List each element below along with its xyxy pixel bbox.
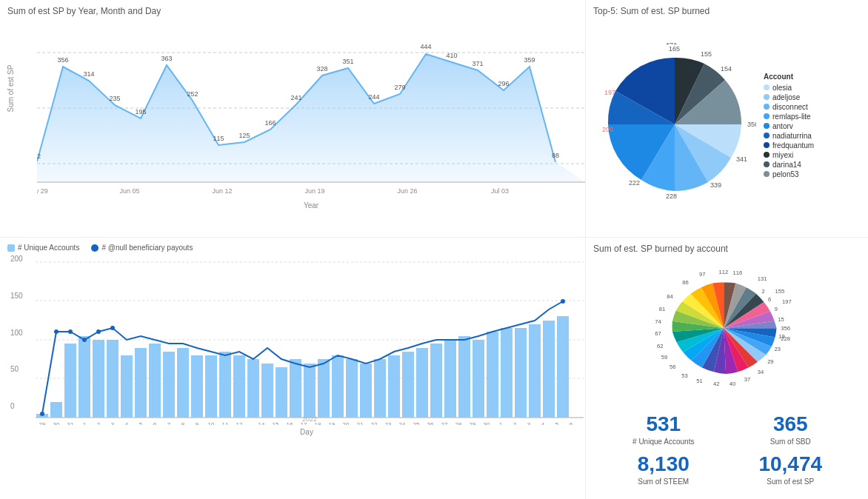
- svg-text:222: 222: [629, 179, 640, 187]
- svg-rect-73: [346, 359, 358, 418]
- svg-text:29: 29: [470, 421, 476, 425]
- svg-text:314: 314: [83, 70, 94, 78]
- x-axis-label: Day: [36, 428, 578, 436]
- svg-text:356: 356: [747, 121, 756, 128]
- svg-text:410: 410: [446, 52, 457, 59]
- svg-text:37: 37: [744, 376, 750, 383]
- svg-text:155: 155: [775, 287, 784, 294]
- svg-text:5: 5: [555, 421, 559, 425]
- svg-rect-59: [149, 344, 161, 418]
- svg-text:22: 22: [371, 421, 378, 425]
- legend-dot-4: [764, 123, 769, 129]
- svg-text:67: 67: [655, 329, 661, 336]
- svg-text:444: 444: [420, 43, 431, 50]
- svg-text:244: 244: [368, 93, 379, 101]
- bar-line-chart: // This will be rendered via JS below: [36, 255, 584, 425]
- svg-text:6: 6: [570, 421, 573, 425]
- svg-text:86: 86: [682, 279, 688, 286]
- svg-text:2: 2: [761, 287, 764, 294]
- svg-rect-62: [191, 355, 203, 418]
- top-pie-section: 356 341 339 228 222 205 197 165 155 154 …: [593, 19, 861, 231]
- svg-rect-72: [332, 355, 344, 418]
- legend-item-3: remlaps-lite: [764, 113, 814, 121]
- svg-text:356: 356: [57, 56, 68, 64]
- svg-text:235: 235: [109, 95, 120, 102]
- legend-dot-3: [764, 113, 769, 119]
- svg-text:34: 34: [757, 369, 763, 375]
- svg-point-92: [82, 338, 87, 342]
- svg-text:Jun 05: Jun 05: [119, 187, 139, 195]
- svg-text:14: 14: [258, 421, 265, 425]
- svg-rect-55: [93, 340, 104, 418]
- bar-legend: # Unique Accounts # @null beneficiary pa…: [7, 244, 578, 252]
- svg-text:88: 88: [552, 152, 559, 159]
- stat-sbd: 365 Sum of SBD: [728, 410, 854, 449]
- svg-text:6: 6: [153, 421, 157, 425]
- svg-rect-78: [416, 348, 428, 418]
- svg-text:165: 165: [669, 45, 680, 53]
- svg-text:141: 141: [666, 43, 677, 46]
- svg-text:279: 279: [394, 84, 405, 91]
- svg-text:252: 252: [187, 90, 198, 98]
- svg-text:8: 8: [181, 421, 185, 425]
- svg-text:29: 29: [767, 358, 773, 364]
- svg-text:6: 6: [768, 296, 771, 303]
- second-pie-section: .sp0{fill:#1565c0} .sp1{fill:#1e88e5} .s…: [593, 257, 861, 406]
- svg-rect-58: [135, 348, 147, 418]
- svg-text:197: 197: [782, 298, 792, 305]
- legend-item-9: pelon53: [764, 170, 814, 178]
- legend-label-1: adeljose: [772, 93, 800, 101]
- svg-text:51: 51: [696, 378, 702, 384]
- svg-text:40: 40: [729, 381, 735, 387]
- legend-dot-9: [764, 171, 769, 177]
- svg-text:19: 19: [329, 421, 335, 425]
- svg-text:10: 10: [208, 421, 215, 425]
- svg-text:363: 363: [161, 55, 172, 62]
- y-label-50: 50: [10, 365, 23, 373]
- legend-item-7: miyexi: [764, 151, 814, 159]
- svg-rect-56: [107, 340, 118, 418]
- svg-rect-70: [304, 364, 316, 418]
- svg-rect-64: [219, 352, 231, 418]
- svg-rect-71: [318, 359, 330, 418]
- svg-text:116: 116: [732, 269, 742, 276]
- svg-rect-83: [487, 332, 498, 418]
- legend-label-9: pelon53: [772, 170, 799, 178]
- svg-text:359: 359: [524, 56, 535, 64]
- svg-rect-76: [388, 355, 400, 418]
- svg-text:1: 1: [83, 421, 87, 425]
- stat-unique-value: 531: [604, 413, 724, 436]
- svg-text:112: 112: [718, 269, 728, 275]
- svg-rect-75: [374, 359, 386, 418]
- svg-point-91: [68, 329, 73, 334]
- svg-text:9: 9: [774, 305, 777, 312]
- svg-text:59: 59: [661, 354, 667, 361]
- area-chart: 0 200 400 62 356 314: [37, 19, 585, 212]
- legend-title: Account: [764, 73, 814, 81]
- svg-text:15: 15: [778, 315, 784, 322]
- svg-text:27: 27: [441, 421, 448, 425]
- stat-sbd-value: 365: [731, 413, 851, 436]
- legend-unique-icon: [7, 244, 15, 252]
- svg-rect-84: [501, 328, 513, 418]
- svg-text:4: 4: [125, 421, 129, 425]
- stat-unique-accounts: 531 # Unique Accounts: [601, 410, 727, 449]
- y-label-150: 150: [10, 292, 23, 300]
- svg-text:11: 11: [222, 421, 229, 425]
- svg-text:74: 74: [655, 318, 661, 324]
- svg-text:12: 12: [236, 421, 243, 425]
- legend-label-6: fredquantum: [772, 141, 814, 150]
- legend-null-icon: [91, 244, 99, 252]
- svg-text:84: 84: [667, 293, 672, 300]
- svg-text:62: 62: [37, 153, 41, 160]
- legend-item-1: adeljose: [764, 93, 814, 101]
- legend-item-4: antorv: [764, 122, 814, 130]
- svg-text:Jul 03: Jul 03: [491, 187, 509, 195]
- top-pie-legend-container: Account olesia adeljose disconnect: [764, 73, 814, 178]
- svg-rect-57: [121, 355, 133, 418]
- svg-text:23: 23: [385, 421, 392, 425]
- legend-unique: # Unique Accounts: [7, 244, 79, 252]
- top-right-title: Top-5: Sum of est. SP burned: [593, 6, 861, 16]
- svg-text:125: 125: [238, 132, 250, 139]
- svg-rect-52: [50, 402, 62, 418]
